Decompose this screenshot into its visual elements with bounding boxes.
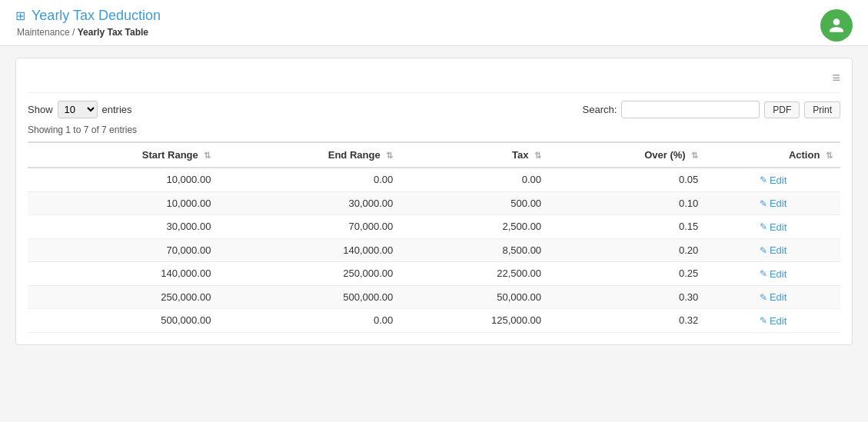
show-entries-select[interactable]: 10 25 50 100 <box>58 101 98 118</box>
sort-icon-end-range[interactable]: ⇅ <box>386 151 393 161</box>
table-row: 10,000.0030,000.00500.000.10✎Edit <box>28 191 840 215</box>
edit-label: Edit <box>770 291 787 303</box>
cell-tax: 500.00 <box>401 191 549 215</box>
showing-text: Showing 1 to 7 of 7 entries <box>28 125 840 135</box>
edit-icon: ✎ <box>760 315 767 326</box>
table-controls: Show 10 25 50 100 entries Search: PDF Pr… <box>28 101 840 118</box>
edit-button[interactable]: ✎Edit <box>760 244 787 256</box>
show-label: Show <box>28 104 53 115</box>
col-header-end-range: End Range ⇅ <box>218 142 401 168</box>
edit-icon: ✎ <box>760 268 767 279</box>
user-icon <box>828 17 845 34</box>
page-header: ⊞ Yearly Tax Deduction Maintenance / Yea… <box>0 0 868 46</box>
data-card: ≡ Show 10 25 50 100 entries Search: PDF … <box>15 58 853 345</box>
edit-button[interactable]: ✎Edit <box>760 268 787 280</box>
cell-action: ✎Edit <box>706 238 840 262</box>
breadcrumb-current: Yearly Tax Table <box>78 27 148 38</box>
pdf-button[interactable]: PDF <box>764 101 800 118</box>
edit-button[interactable]: ✎Edit <box>760 291 787 303</box>
edit-icon: ✎ <box>760 198 767 209</box>
tax-table: Start Range ⇅ End Range ⇅ Tax ⇅ Over (%)… <box>28 141 840 333</box>
edit-label: Edit <box>770 315 787 327</box>
cell-end_range: 70,000.00 <box>218 215 401 239</box>
cell-over_pct: 0.30 <box>549 285 706 309</box>
cell-action: ✎Edit <box>706 285 840 309</box>
cell-action: ✎Edit <box>706 191 840 215</box>
cell-tax: 50,000.00 <box>401 285 549 309</box>
cell-end_range: 140,000.00 <box>218 238 401 262</box>
sort-icon-tax[interactable]: ⇅ <box>534 151 541 161</box>
table-row: 500,000.000.00125,000.000.32✎Edit <box>28 309 840 333</box>
header-row: Start Range ⇅ End Range ⇅ Tax ⇅ Over (%)… <box>28 142 840 168</box>
cell-end_range: 0.00 <box>218 168 401 191</box>
col-header-action: Action ⇅ <box>706 142 840 168</box>
edit-label: Edit <box>770 221 787 233</box>
cell-start_range: 70,000.00 <box>28 238 218 262</box>
search-label: Search: <box>583 104 617 115</box>
cell-action: ✎Edit <box>706 168 840 191</box>
cell-start_range: 250,000.00 <box>28 285 218 309</box>
edit-icon: ✎ <box>760 292 767 303</box>
card-toolbar: ≡ <box>28 70 840 93</box>
table-row: 140,000.00250,000.0022,500.000.25✎Edit <box>28 262 840 286</box>
page-title: Yearly Tax Deduction <box>32 8 161 24</box>
show-entries-area: Show 10 25 50 100 entries <box>28 101 132 118</box>
avatar-button[interactable] <box>820 9 853 42</box>
cell-start_range: 10,000.00 <box>28 191 218 215</box>
cell-over_pct: 0.25 <box>549 262 706 286</box>
menu-icon[interactable]: ≡ <box>832 70 840 86</box>
sort-icon-start-range[interactable]: ⇅ <box>204 151 211 161</box>
breadcrumb: Maintenance / Yearly Tax Table <box>15 27 853 38</box>
cell-tax: 8,500.00 <box>401 238 549 262</box>
cell-end_range: 250,000.00 <box>218 262 401 286</box>
edit-icon: ✎ <box>760 245 767 256</box>
cell-tax: 0.00 <box>401 168 549 191</box>
cell-start_range: 10,000.00 <box>28 168 218 191</box>
table-row: 250,000.00500,000.0050,000.000.30✎Edit <box>28 285 840 309</box>
table-header: Start Range ⇅ End Range ⇅ Tax ⇅ Over (%)… <box>28 142 840 168</box>
grid-icon: ⊞ <box>15 8 25 23</box>
cell-over_pct: 0.15 <box>549 215 706 239</box>
edit-button[interactable]: ✎Edit <box>760 198 787 209</box>
cell-tax: 2,500.00 <box>401 215 549 239</box>
cell-start_range: 140,000.00 <box>28 262 218 286</box>
print-button[interactable]: Print <box>804 101 840 118</box>
col-header-start-range: Start Range ⇅ <box>28 142 218 168</box>
cell-action: ✎Edit <box>706 309 840 333</box>
main-content: ≡ Show 10 25 50 100 entries Search: PDF … <box>0 46 868 357</box>
edit-label: Edit <box>770 244 787 256</box>
col-header-over-pct: Over (%) ⇅ <box>549 142 706 168</box>
cell-over_pct: 0.10 <box>549 191 706 215</box>
cell-start_range: 500,000.00 <box>28 309 218 333</box>
cell-action: ✎Edit <box>706 262 840 286</box>
cell-tax: 125,000.00 <box>401 309 549 333</box>
search-area: Search: PDF Print <box>583 101 841 118</box>
edit-label: Edit <box>770 198 787 209</box>
breadcrumb-separator: / <box>72 27 78 38</box>
table-row: 70,000.00140,000.008,500.000.20✎Edit <box>28 238 840 262</box>
sort-icon-over-pct[interactable]: ⇅ <box>691 151 698 161</box>
sort-icon-action[interactable]: ⇅ <box>826 151 833 161</box>
cell-end_range: 30,000.00 <box>218 191 401 215</box>
cell-start_range: 30,000.00 <box>28 215 218 239</box>
cell-tax: 22,500.00 <box>401 262 549 286</box>
cell-end_range: 500,000.00 <box>218 285 401 309</box>
cell-over_pct: 0.32 <box>549 309 706 333</box>
cell-over_pct: 0.05 <box>549 168 706 191</box>
table-row: 30,000.0070,000.002,500.000.15✎Edit <box>28 215 840 239</box>
edit-label: Edit <box>770 268 787 280</box>
search-input[interactable] <box>621 101 760 118</box>
edit-button[interactable]: ✎Edit <box>760 315 787 327</box>
cell-over_pct: 0.20 <box>549 238 706 262</box>
edit-button[interactable]: ✎Edit <box>760 221 787 233</box>
breadcrumb-parent: Maintenance <box>17 27 70 38</box>
page-title-area: ⊞ Yearly Tax Deduction <box>15 8 853 24</box>
edit-icon: ✎ <box>760 221 767 232</box>
entries-label: entries <box>102 104 132 115</box>
edit-label: Edit <box>770 174 787 186</box>
cell-end_range: 0.00 <box>218 309 401 333</box>
table-body: 10,000.000.000.000.05✎Edit10,000.0030,00… <box>28 168 840 332</box>
edit-button[interactable]: ✎Edit <box>760 174 787 186</box>
cell-action: ✎Edit <box>706 215 840 239</box>
edit-icon: ✎ <box>760 174 767 185</box>
